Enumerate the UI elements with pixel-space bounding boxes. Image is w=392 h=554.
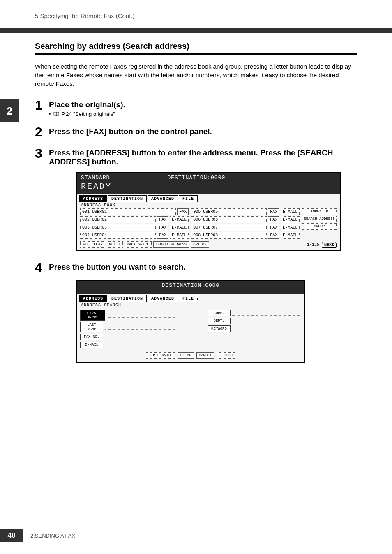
search-button[interactable]: SEARCH	[217, 352, 235, 359]
fax-no-button[interactable]: FAX NO.	[80, 334, 103, 340]
fax-button[interactable]: FAX	[268, 232, 279, 239]
chapter-tab: 2	[0, 99, 19, 122]
all-clear-button[interactable]: ALL CLEAR	[80, 241, 105, 248]
email-button[interactable]: E-MAIL	[170, 216, 189, 223]
group-button[interactable]: GROUP	[302, 223, 337, 230]
step-3: 3 Press the [ADDRESS] button to enter th…	[35, 148, 357, 166]
dept-field[interactable]	[232, 319, 302, 323]
addr-entry[interactable]: 001 USER01	[80, 208, 176, 215]
clear-button[interactable]: CLEAR	[178, 352, 194, 359]
keyword-button[interactable]: KEYWORD	[208, 325, 231, 332]
section-title: Searching by address (Search address)	[35, 42, 357, 51]
tab-address[interactable]: ADDRESS	[79, 295, 107, 302]
email-button[interactable]: E-MAIL	[170, 232, 189, 239]
addr-entry[interactable]: 003 USER03	[80, 224, 156, 231]
fax-button[interactable]: FAX	[268, 224, 279, 231]
address-book-label: ADDRESS BOOK	[77, 202, 340, 208]
tab-file[interactable]: FILE	[179, 295, 198, 302]
addr-entry[interactable]: 004 USER04	[80, 232, 156, 239]
step-1: 1 Place the original(s). • P.24 "Setting…	[35, 100, 357, 117]
email-button[interactable]: E-MAIL	[80, 342, 103, 348]
addr-entry[interactable]: 002 USER02	[80, 216, 156, 223]
fax-button[interactable]: FAX	[268, 208, 279, 215]
footer-chapter: 2.SENDING A FAX	[30, 533, 75, 539]
tab-destination[interactable]: DESTINATION	[108, 295, 147, 302]
addr-entry[interactable]: 008 USER08	[191, 232, 267, 239]
email-button[interactable]: E-MAIL	[281, 216, 300, 223]
breadcrumb: 5.Specifying the Remote Fax (Cont.)	[35, 12, 135, 19]
book-icon	[53, 112, 59, 116]
step-number: 2	[35, 125, 49, 138]
tab-destination[interactable]: DESTINATION	[108, 195, 147, 202]
step-number: 4	[35, 261, 49, 274]
keyword-field[interactable]	[232, 326, 302, 331]
addr-entry[interactable]: 006 USER06	[191, 216, 267, 223]
addr-entry[interactable]: 005 USER05	[191, 208, 267, 215]
address-search-label: ADDRESS SEARCH	[77, 302, 304, 308]
fax-button[interactable]: FAX	[157, 224, 168, 231]
fax-no-field[interactable]	[105, 335, 175, 339]
tab-file[interactable]: FILE	[179, 195, 198, 202]
step-2: 2 Press the [FAX] button on the control …	[35, 127, 357, 138]
known-id-button[interactable]: KNOWN ID	[302, 208, 337, 215]
email-button[interactable]: E-MAIL	[281, 224, 300, 231]
fax-button[interactable]: FAX	[157, 232, 168, 239]
email-address-button[interactable]: E-MAIL ADDRESS	[153, 241, 189, 248]
step-title: Press the [FAX] button on the control pa…	[49, 127, 357, 136]
page-footer: 40 2.SENDING A FAX	[0, 529, 75, 542]
page-number: 40	[0, 529, 23, 542]
page-indicator: 1/125	[307, 242, 319, 247]
email-button[interactable]: E-MAIL	[281, 232, 300, 239]
destination-label: DESTINATION:0000	[167, 175, 225, 181]
step-4: 4 Press the button you want to search.	[35, 263, 357, 274]
email-button[interactable]: E-MAIL	[281, 208, 300, 215]
multi-button[interactable]: MULTI	[107, 241, 123, 248]
backspace-button[interactable]: BACK SPACE	[125, 241, 152, 248]
tab-address[interactable]: ADDRESS	[79, 195, 107, 202]
ready-label: READY	[81, 182, 336, 191]
screenshot-address-search: DESTINATION:0000 ADDRESS DESTINATION ADV…	[76, 280, 305, 363]
intro-text: When selecting the remote Faxes register…	[35, 62, 357, 88]
step-title: Press the button you want to search.	[49, 263, 357, 272]
first-name-button[interactable]: FIRST NAME	[80, 310, 105, 321]
search-address-button[interactable]: SEARCH ADDRESS	[302, 216, 337, 222]
dir-service-button[interactable]: DIR SERVICE	[146, 352, 175, 359]
step-title: Place the original(s).	[49, 100, 357, 109]
step-number: 3	[35, 147, 49, 166]
last-name-field[interactable]	[105, 325, 175, 330]
dept-button[interactable]: DEPT.	[208, 318, 231, 324]
tab-advanced[interactable]: ADVANCED	[148, 295, 178, 302]
step-sub-text: P.24 "Setting originals"	[62, 111, 115, 117]
fax-button[interactable]: FAX	[157, 216, 168, 223]
screenshot-address-book: STANDARD DESTINATION:0000 READY ADDRESS …	[76, 172, 341, 251]
step-title: Press the [ADDRESS] button to enter the …	[49, 148, 357, 166]
bullet: •	[49, 111, 51, 117]
fax-button[interactable]: FAX	[177, 208, 189, 215]
next-button[interactable]: Next	[322, 242, 337, 248]
corp-button[interactable]: CORP.	[208, 310, 231, 316]
title-rule	[35, 53, 357, 55]
addr-entry[interactable]: 007 USER07	[191, 224, 267, 231]
last-name-button[interactable]: LAST NAME	[80, 322, 103, 332]
header-band	[0, 28, 392, 33]
step-number: 1	[35, 99, 49, 117]
option-button[interactable]: OPTION	[191, 241, 209, 248]
mode-label: STANDARD	[81, 175, 110, 181]
corp-field[interactable]	[232, 311, 302, 316]
fax-button[interactable]: FAX	[268, 216, 279, 223]
first-name-field[interactable]	[107, 313, 175, 318]
destination-label: DESTINATION:0000	[81, 282, 300, 289]
cancel-button[interactable]: CANCEL	[196, 352, 214, 359]
tab-advanced[interactable]: ADVANCED	[148, 195, 178, 202]
email-button[interactable]: E-MAIL	[170, 224, 189, 231]
